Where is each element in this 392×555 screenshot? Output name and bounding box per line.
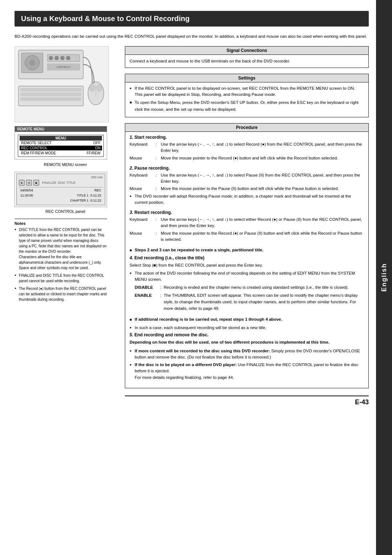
- right-column: Signal Connections Connect a keyboard an…: [125, 46, 369, 406]
- remote-select-row: REMOTE SELECTOFF: [20, 141, 102, 146]
- step-1-mouse-text: Move the mouse pointer to the Record (●)…: [161, 155, 364, 161]
- rec-btn-record[interactable]: ●: [19, 180, 25, 186]
- signal-connections-title: Signal Connections: [125, 46, 368, 55]
- rec-btn-disc-title: DISC TITLE: [58, 181, 75, 185]
- settings-content: If the REC CONTROL panel is to be displa…: [125, 82, 368, 117]
- procedure-content: 1. Start recording. Keyboard : Use the a…: [125, 132, 368, 388]
- step-3-keyboard-text: Use the arrow keys (←, →, ↑, and ↓) to s…: [161, 216, 364, 229]
- svg-rect-12: [20, 88, 81, 92]
- signal-connections-text: Connect a keyboard and mouse to the USB …: [130, 59, 290, 63]
- rec-btn-stop[interactable]: ■: [33, 180, 39, 186]
- step-2-title: 2. Pause recording.: [130, 166, 364, 171]
- settings-bullet-2: ■ To open the Setup Menu, press the DVD …: [130, 99, 364, 113]
- step-1-mouse: Mouse : Move the mouse pointer to the Re…: [130, 155, 364, 161]
- keyboard-label-3: Keyboard: [130, 216, 156, 229]
- procedure-section: Procedure 1. Start recording. Keyboard :…: [125, 123, 369, 388]
- menu-label: MENU: [20, 136, 102, 141]
- step-2-note: The DVD recorder will adopt Recording Pa…: [130, 193, 364, 206]
- svg-rect-5: [49, 56, 53, 60]
- svg-point-18: [97, 84, 102, 92]
- disable-enable-block: DISABLE : Recording is ended and the cha…: [135, 284, 364, 312]
- disable-text: Recording is ended and the chapter menu …: [164, 284, 364, 291]
- enable-row: ENABLE : The THUMBNAIL EDIT screen will …: [135, 292, 364, 312]
- settings-section: Settings If the REC CONTROL panel is to …: [125, 74, 369, 117]
- enable-text: The THUMBNAIL EDIT screen will appear. T…: [164, 292, 364, 312]
- device-illustration: CONTROLS: [15, 46, 109, 122]
- additional-bullet: In such a case, each subsequent recordin…: [130, 325, 364, 331]
- side-tab-label: English: [380, 263, 388, 292]
- page-header: Using a Keyboard & Mouse to Control Reco…: [15, 11, 369, 27]
- step-5-title: 5. End recording and remove the disc.: [130, 332, 364, 337]
- steps-note: Steps 2 and 3 can be repeated to create …: [130, 247, 364, 253]
- step-2-keyboard-text: Use the arrow keys (←, →, ↑, and ↓) to s…: [161, 172, 364, 185]
- keyboard-label: Keyboard: [130, 141, 156, 154]
- note-item-3: The Record (●) button from the REC CONTR…: [15, 286, 107, 302]
- rem-ffrew-row: REM FF/REW MODEFF/REW: [20, 151, 102, 156]
- intro-text: BD-X200 recording operations can be carr…: [15, 33, 369, 40]
- rec-info-row-3: CHAPTER 1 0:11:22: [20, 198, 102, 203]
- step-2-keyboard: Keyboard : Use the arrow keys (←, →, ↑, …: [130, 172, 364, 185]
- signal-connections-section: Signal Connections Connect a keyboard an…: [125, 46, 369, 68]
- rec-control-row: REC CONTROLON: [20, 146, 102, 151]
- step-3: 3. Restart recording. Keyboard : Use the…: [130, 210, 364, 243]
- remote-menu-caption: REMOTE MENU screen: [15, 162, 116, 167]
- step-5-bullet-diff: If the disc is to be played on a differe…: [130, 362, 364, 381]
- step-4-title: 4. End recording (i.e., close the title): [130, 255, 364, 260]
- left-column: CONTROLS: [15, 46, 116, 406]
- svg-rect-7: [60, 56, 65, 60]
- notes-box: Notes DISC TITLE from the REC CONTROL pa…: [15, 219, 107, 302]
- rec-info-table: 04/05/04 REC 11:20:00 TITLE 1 0:11:22 CH…: [19, 187, 103, 203]
- main-content: Using a Keyboard & Mouse to Control Reco…: [0, 0, 376, 555]
- rec-info-row-1: 04/05/04 REC: [20, 188, 102, 193]
- mouse-label: Mouse: [130, 155, 156, 161]
- settings-title: Settings: [125, 74, 368, 82]
- note-item-1: DISC TITLE from the REC CONTROL panel ca…: [15, 227, 107, 271]
- remote-menu-screen: REMOTE MENU MENU REMOTE SELECTOFF REC CO…: [15, 126, 107, 159]
- rec-time: 000 min: [91, 175, 103, 179]
- mouse-label-2: Mouse: [130, 186, 156, 192]
- additional-note: If additional recording is to be carried…: [130, 316, 364, 323]
- step-1-keyboard-text: Use the arrow keys (←, →, ↑, and ↓) to s…: [161, 141, 364, 154]
- step-4-intro: Select Stop (■) from the REC CONTROL pan…: [130, 262, 364, 268]
- remote-menu-header: REMOTE MENU: [15, 126, 107, 132]
- step-5-bullet-dvd: If more content will be recorded to the …: [130, 348, 364, 361]
- rec-btn-pause[interactable]: II: [26, 180, 32, 186]
- rec-control-caption: REC CONTROL panel: [15, 209, 116, 214]
- page-title: Using a Keyboard & Mouse to Control Reco…: [21, 15, 189, 23]
- svg-point-17: [89, 84, 95, 92]
- notes-list: DISC TITLE from the REC CONTROL panel ca…: [15, 227, 107, 302]
- step-5-intro: Depending on how the disc will be used, …: [130, 339, 364, 345]
- procedure-title: Procedure: [125, 123, 368, 132]
- rec-control-inner: 000 min ● II ■ FINALIZE DISC TITLE 04/05…: [16, 174, 105, 205]
- note-item-2: FINALIZE and DISC TITLE from the REC CON…: [15, 273, 107, 284]
- step-3-title: 3. Restart recording.: [130, 210, 364, 215]
- rec-info-row-2: 11:20:00 TITLE 1 0:11:22: [20, 193, 102, 198]
- svg-rect-14: [20, 97, 81, 101]
- two-column-layout: CONTROLS: [15, 46, 369, 406]
- step-4: 4. End recording (i.e., close the title)…: [130, 255, 364, 312]
- svg-text:CONTROLS: CONTROLS: [57, 66, 71, 69]
- step-4-bullet: The action of the DVD recorder following…: [130, 270, 364, 283]
- mouse-label-3: Mouse: [130, 230, 156, 243]
- svg-rect-13: [20, 93, 81, 96]
- step-1: 1. Start recording. Keyboard : Use the a…: [130, 135, 364, 161]
- notes-title: Notes: [15, 221, 107, 226]
- signal-connections-content: Connect a keyboard and mouse to the USB …: [125, 55, 368, 67]
- page-number: E-43: [355, 398, 369, 406]
- keyboard-label-2: Keyboard: [130, 172, 156, 185]
- step-3-mouse: Mouse : Move the mouse pointer to the Re…: [130, 230, 364, 243]
- disable-row: DISABLE : Recording is ended and the cha…: [135, 284, 364, 291]
- step-1-keyboard: Keyboard : Use the arrow keys (←, →, ↑, …: [130, 141, 364, 154]
- rec-buttons: ● II ■ FINALIZE DISC TITLE: [19, 180, 103, 186]
- step-2-mouse: Mouse : Move the mouse pointer to the Pa…: [130, 186, 364, 192]
- step-3-mouse-text: Move the mouse pointer to the Record (●)…: [161, 230, 364, 243]
- step-1-title: 1. Start recording.: [130, 135, 364, 140]
- enable-label: ENABLE: [135, 292, 160, 312]
- rec-time-row: 000 min: [19, 175, 103, 179]
- svg-rect-6: [54, 56, 59, 60]
- settings-bullet-1: If the REC CONTROL panel is to be displa…: [130, 85, 364, 98]
- step-5: 5. End recording and remove the disc. De…: [130, 332, 364, 381]
- disable-label: DISABLE: [135, 284, 160, 291]
- step-3-keyboard: Keyboard : Use the arrow keys (←, →, ↑, …: [130, 216, 364, 229]
- page-wrapper: Using a Keyboard & Mouse to Control Reco…: [0, 0, 392, 555]
